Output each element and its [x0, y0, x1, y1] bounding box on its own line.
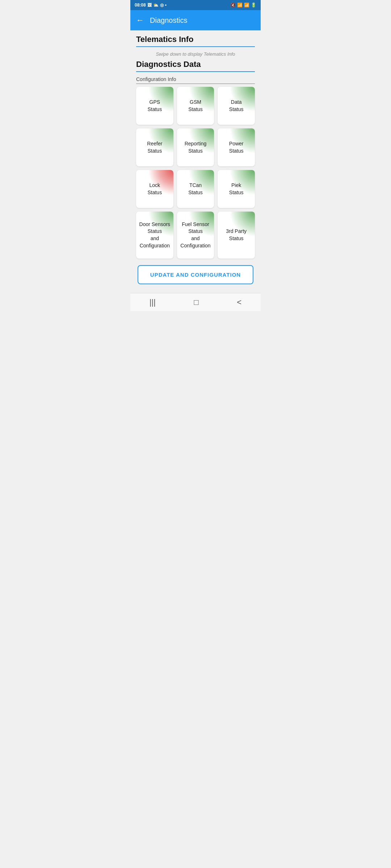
back-button[interactable]: ←	[136, 16, 144, 24]
weather-icon: ⛅	[153, 3, 159, 8]
battery-icon: 🔋	[251, 3, 256, 8]
fuel-sensor-label: Fuel Sensor Status and Configuration	[180, 221, 210, 249]
config-label: Configuration Info	[136, 76, 255, 84]
3rd-party-label: 3rd Party Status	[226, 228, 247, 242]
image-icon: 🖼	[147, 3, 152, 8]
piek-status-card[interactable]: Piek Status	[218, 170, 255, 208]
menu-nav-icon[interactable]: |||	[150, 298, 156, 307]
gsm-status-label: GSM Status	[188, 99, 203, 113]
mute-icon: 🔇	[230, 3, 236, 8]
gps-status-card[interactable]: GPS Status	[136, 87, 173, 125]
status-bar: 08:08 🖼 ⛅ ◎ • 🔇 📶 📶 🔋	[130, 0, 261, 10]
back-nav-icon[interactable]: <	[237, 298, 241, 307]
power-status-card[interactable]: Power Status	[218, 128, 255, 166]
cards-grid: GPS StatusGSM StatusData StatusReefer St…	[136, 87, 255, 259]
reefer-status-card[interactable]: Reefer Status	[136, 128, 173, 166]
status-bar-right: 🔇 📶 📶 🔋	[230, 3, 256, 8]
home-nav-icon[interactable]: □	[194, 298, 199, 307]
piek-status-label: Piek Status	[229, 182, 244, 196]
dot-icon: •	[165, 3, 167, 8]
reporting-status-card[interactable]: Reporting Status	[177, 128, 214, 166]
diagnostics-title: Diagnostics Data	[136, 60, 255, 72]
telematics-title: Telematics Info	[136, 35, 255, 47]
app-bar-title: Diagnostics	[150, 16, 187, 25]
power-status-label: Power Status	[229, 140, 244, 154]
update-btn-wrapper: UPDATE AND CONFIGURATION	[136, 265, 255, 284]
lock-status-label: Lock Status	[147, 182, 162, 196]
gsm-status-card[interactable]: GSM Status	[177, 87, 214, 125]
app-bar: ← Diagnostics	[130, 10, 261, 30]
content-area: Telematics Info Swipe down to display Te…	[130, 30, 261, 290]
data-status-card[interactable]: Data Status	[218, 87, 255, 125]
gps-status-label: GPS Status	[147, 99, 162, 113]
lock-status-card[interactable]: Lock Status	[136, 170, 173, 208]
time: 08:08	[135, 3, 146, 8]
fuel-sensor-card[interactable]: Fuel Sensor Status and Configuration	[177, 212, 214, 259]
nav-bar: ||| □ <	[130, 293, 261, 311]
signal-icon: 📶	[244, 3, 249, 8]
reefer-status-label: Reefer Status	[147, 140, 162, 154]
data-status-label: Data Status	[229, 99, 244, 113]
update-and-configuration-button[interactable]: UPDATE AND CONFIGURATION	[138, 265, 253, 284]
status-bar-left: 08:08 🖼 ⛅ ◎ •	[135, 3, 167, 8]
door-sensors-card[interactable]: Door Sensors Status and Configuration	[136, 212, 173, 259]
tcan-status-label: TCan Status	[188, 182, 203, 196]
wifi-icon: 📶	[237, 3, 243, 8]
swipe-hint: Swipe down to display Telematics Info	[136, 48, 255, 60]
reporting-status-label: Reporting Status	[185, 140, 207, 154]
eye-icon: ◎	[160, 3, 164, 8]
door-sensors-label: Door Sensors Status and Configuration	[139, 221, 171, 249]
3rd-party-card[interactable]: 3rd Party Status	[218, 212, 255, 259]
tcan-status-card[interactable]: TCan Status	[177, 170, 214, 208]
